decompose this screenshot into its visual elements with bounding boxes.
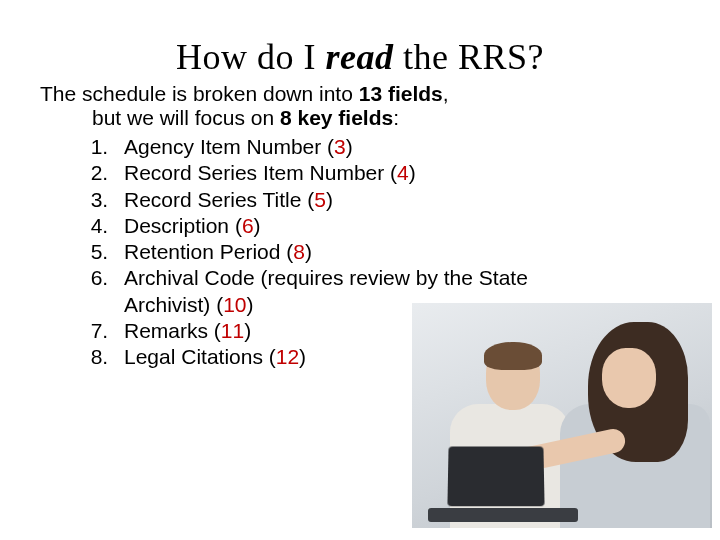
list-item: Agency Item Number (3) [114, 134, 544, 160]
intro-2a: but we will focus on [92, 106, 280, 129]
laptop-icon [428, 458, 578, 522]
title-emph: read [325, 37, 403, 77]
intro-text: The schedule is broken down into 13 fiel… [40, 82, 500, 130]
intro-2c: : [393, 106, 399, 129]
stock-photo [412, 303, 712, 528]
item-ref: 6 [242, 214, 254, 237]
list-item: Record Series Item Number (4) [114, 160, 544, 186]
item-ref: 11 [221, 319, 244, 342]
item-text: Legal Citations [124, 345, 263, 368]
item-ref: 5 [314, 188, 326, 211]
intro-1a: The schedule is broken down into [40, 82, 359, 105]
item-text: Record Series Item Number [124, 161, 384, 184]
slide: How do I read the RRS? The schedule is b… [0, 0, 720, 540]
intro-2b: 8 key fields [280, 106, 393, 129]
list-item: Description (6) [114, 213, 544, 239]
list-item: Retention Period (8) [114, 239, 544, 265]
item-text: Retention Period [124, 240, 280, 263]
item-ref: 3 [334, 135, 346, 158]
item-text: Remarks [124, 319, 208, 342]
title-pre: How do I [176, 37, 325, 77]
slide-title: How do I read the RRS? [0, 36, 720, 78]
list-item: Record Series Title (5) [114, 187, 544, 213]
intro-1c: , [443, 82, 449, 105]
item-ref: 12 [276, 345, 299, 368]
item-text: Agency Item Number [124, 135, 321, 158]
title-post: the RRS? [403, 37, 544, 77]
item-ref: 10 [223, 293, 246, 316]
intro-line2: but we will focus on 8 key fields: [40, 106, 500, 130]
item-text: Record Series Title [124, 188, 301, 211]
intro-1b: 13 fields [359, 82, 443, 105]
item-text: Description [124, 214, 229, 237]
item-ref: 8 [293, 240, 305, 263]
item-ref: 4 [397, 161, 409, 184]
